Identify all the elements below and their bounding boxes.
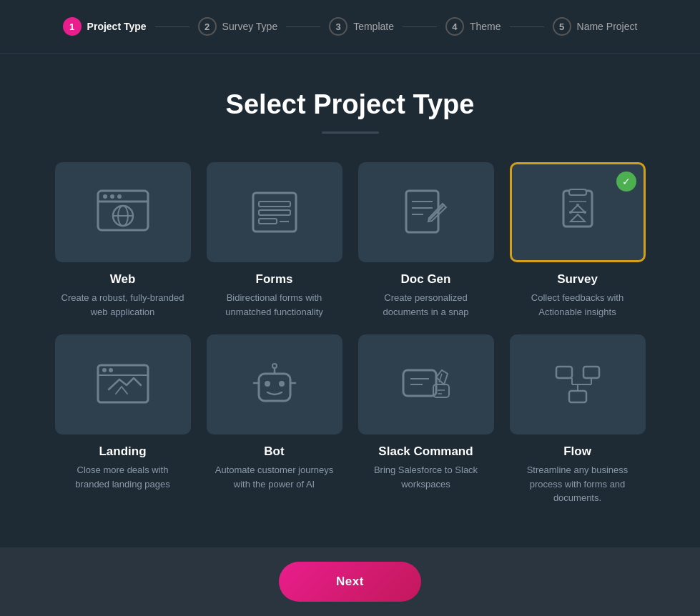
card-icon-box-landing[interactable] xyxy=(55,334,191,434)
svg-point-28 xyxy=(109,368,113,372)
check-icon: ✓ xyxy=(616,172,636,192)
step-number-5: 5 xyxy=(553,17,571,36)
step-divider-4 xyxy=(510,26,544,27)
main-content: Select Project Type Web Create a robust,… xyxy=(0,54,700,547)
step-template[interactable]: 3 Template xyxy=(329,17,394,36)
card-desc-docgen: Create personalized documents in a snap xyxy=(363,291,488,319)
card-desc-landing: Close more deals with branded landing pa… xyxy=(60,463,185,491)
svg-rect-18 xyxy=(569,189,586,195)
svg-point-30 xyxy=(265,381,270,387)
page-title: Select Project Type xyxy=(226,89,475,120)
step-label-5: Name Project xyxy=(577,21,638,32)
title-divider xyxy=(322,131,379,134)
card-icon-box-bot[interactable] xyxy=(207,334,342,434)
card-icon-box-survey[interactable]: ✓ xyxy=(510,162,646,262)
docgen-icon xyxy=(398,187,455,237)
stepper: 1 Project Type 2 Survey Type 3 Template … xyxy=(0,0,700,54)
step-divider-3 xyxy=(403,26,437,27)
svg-point-27 xyxy=(102,368,107,372)
svg-rect-10 xyxy=(259,210,290,215)
step-project-type[interactable]: 1 Project Type xyxy=(63,17,147,36)
svg-marker-21 xyxy=(571,214,585,222)
svg-point-23 xyxy=(583,211,586,214)
footer: Next xyxy=(0,547,700,616)
card-forms[interactable]: Forms Bidirectional forms with unmatched… xyxy=(207,162,342,319)
svg-rect-11 xyxy=(259,219,277,224)
web-icon xyxy=(94,187,152,237)
svg-rect-43 xyxy=(556,367,572,378)
card-landing[interactable]: Landing Close more deals with branded la… xyxy=(55,334,191,505)
step-survey-type[interactable]: 2 Survey Type xyxy=(198,17,278,36)
svg-point-4 xyxy=(117,194,122,199)
card-title-landing: Landing xyxy=(99,444,146,459)
step-theme[interactable]: 4 Theme xyxy=(445,17,501,36)
card-icon-box-docgen[interactable] xyxy=(358,162,494,262)
step-label-2: Survey Type xyxy=(222,21,278,32)
step-number-3: 3 xyxy=(329,17,347,36)
card-docgen[interactable]: Doc Gen Create personalized documents in… xyxy=(358,162,494,319)
card-title-docgen: Doc Gen xyxy=(401,272,451,287)
forms-icon xyxy=(246,187,303,237)
step-name-project[interactable]: 5 Name Project xyxy=(553,17,638,36)
step-number-1: 1 xyxy=(63,17,82,36)
landing-icon xyxy=(94,359,152,409)
card-bot[interactable]: Bot Automate customer journeys with the … xyxy=(207,334,342,505)
card-title-survey: Survey xyxy=(557,272,598,287)
card-title-bot: Bot xyxy=(264,444,284,459)
card-slack[interactable]: Slack Command Bring Salesforce to Slack … xyxy=(358,334,494,505)
card-icon-box-slack[interactable] xyxy=(358,334,494,434)
card-icon-box-web[interactable] xyxy=(55,162,191,262)
bot-icon xyxy=(246,359,303,409)
flow-icon xyxy=(549,359,606,409)
card-desc-web: Create a robust, fully-branded web appli… xyxy=(60,291,185,319)
card-grid: Web Create a robust, fully-branded web a… xyxy=(55,162,646,505)
svg-rect-44 xyxy=(583,367,599,378)
step-label-4: Theme xyxy=(470,21,501,32)
svg-rect-13 xyxy=(406,191,438,232)
svg-point-33 xyxy=(272,364,277,368)
card-title-flow: Flow xyxy=(563,444,591,459)
card-icon-box-flow[interactable] xyxy=(510,334,646,434)
step-label-3: Template xyxy=(353,21,394,32)
card-desc-slack: Bring Salesforce to Slack workspaces xyxy=(363,463,488,491)
svg-point-22 xyxy=(569,211,572,214)
step-divider-2 xyxy=(286,26,320,27)
svg-rect-29 xyxy=(259,374,290,401)
svg-rect-9 xyxy=(259,202,290,207)
card-title-slack: Slack Command xyxy=(378,444,473,459)
step-label-1: Project Type xyxy=(87,21,147,32)
card-web[interactable]: Web Create a robust, fully-branded web a… xyxy=(55,162,191,319)
next-button[interactable]: Next xyxy=(279,562,421,602)
card-desc-bot: Automate customer journeys with the powe… xyxy=(212,463,337,491)
card-desc-flow: Streamline any business process with for… xyxy=(515,463,640,505)
svg-point-3 xyxy=(110,194,114,199)
svg-rect-36 xyxy=(403,370,436,396)
slack-icon xyxy=(398,359,455,409)
step-number-4: 4 xyxy=(445,17,464,36)
svg-rect-45 xyxy=(569,391,586,402)
svg-point-24 xyxy=(576,204,579,207)
survey-icon xyxy=(549,187,606,237)
step-divider-1 xyxy=(155,26,189,27)
card-survey[interactable]: ✓ Survey Collect feedbacks with Actionab… xyxy=(510,162,646,319)
card-title-web: Web xyxy=(110,272,136,287)
card-title-forms: Forms xyxy=(256,272,293,287)
card-desc-survey: Collect feedbacks with Actionable insigh… xyxy=(515,291,640,319)
svg-point-31 xyxy=(279,381,285,387)
step-number-2: 2 xyxy=(198,17,217,36)
svg-point-2 xyxy=(103,194,107,199)
card-desc-forms: Bidirectional forms with unmatched funct… xyxy=(212,291,337,319)
card-icon-box-forms[interactable] xyxy=(207,162,342,262)
card-flow[interactable]: Flow Streamline any business process wit… xyxy=(510,334,646,505)
